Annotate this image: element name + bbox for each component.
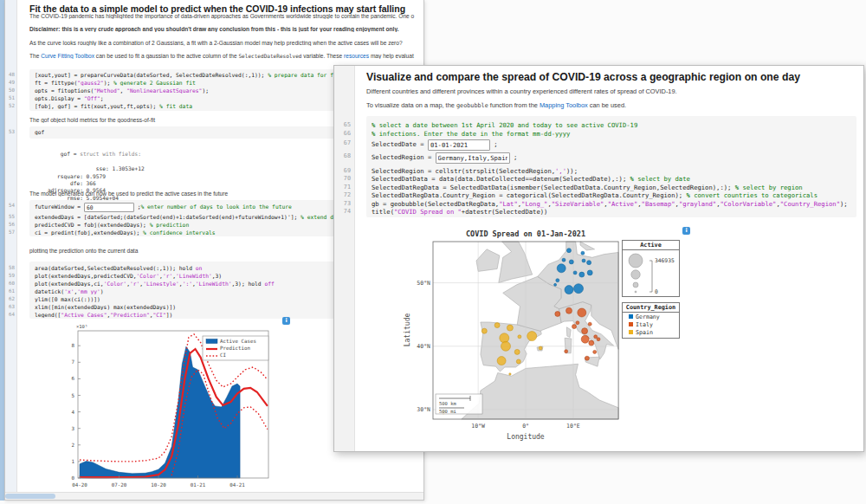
code-string: "grayland" xyxy=(679,200,716,208)
code-string: "Basemap" xyxy=(642,200,675,208)
line-number: 70 xyxy=(344,175,351,182)
bubble-size-legend: Active 346935 0 xyxy=(622,240,680,297)
legend-entry-spain: Spain xyxy=(623,328,679,336)
covid-bubble-spain xyxy=(497,357,506,365)
code-line[interactable]: SelectedRegion = cellstr(strsplit(Select… xyxy=(372,167,855,175)
code-text: [fobj, gof] = fit(xout,yout,ft,opts); xyxy=(35,103,159,109)
covid-bubble-germany xyxy=(567,249,572,253)
covid-bubble-spain xyxy=(494,323,500,328)
code-string: "COVID Spread on " xyxy=(394,208,462,216)
svg-text:10°W: 10°W xyxy=(471,423,485,430)
code-string: 'Color' xyxy=(104,281,127,287)
code-text: plot(extendedDays,predictedCVD, xyxy=(35,273,137,279)
code-input-field[interactable] xyxy=(436,152,510,164)
covid-bubble-italy xyxy=(594,335,598,339)
svg-text:COVID Spread on 01-Jan-2021: COVID Spread on 01-Jan-2021 xyxy=(466,229,585,238)
svg-text:0: 0 xyxy=(72,475,75,481)
code-input-field[interactable] xyxy=(428,139,490,151)
svg-text:8: 8 xyxy=(72,343,75,348)
covid-bubble-spain xyxy=(514,349,520,354)
code-text: SelectedDate = xyxy=(372,140,428,148)
covid-bubble-italy xyxy=(597,338,600,341)
code-string: "Prediction" xyxy=(110,312,150,318)
code-line[interactable]: SelectedDate = ; xyxy=(372,139,855,151)
line-number: 72 xyxy=(344,191,351,198)
covid-bubble-germany xyxy=(574,284,584,294)
code-comment: % select a date between 1st April 2020 a… xyxy=(372,121,637,129)
svg-text:07-20: 07-20 xyxy=(112,482,127,488)
svg-text:Active Cases: Active Cases xyxy=(220,339,256,344)
doc-link[interactable]: Mapping Toolbox xyxy=(540,101,588,109)
code-line[interactable]: SelectedDatData = data(data.DateCollecte… xyxy=(372,175,855,183)
line-number: 67 xyxy=(344,139,351,146)
code-string: "CI" xyxy=(153,312,166,318)
line-number: 49 xyxy=(9,80,15,85)
code-line[interactable]: SelectedDatRegData = SelectedDatData(ism… xyxy=(372,184,855,191)
country-legend-title: Country_Region xyxy=(623,303,679,313)
line-number: 57 xyxy=(9,229,15,235)
code-line[interactable]: SelectedDatRegData.Country_Region = cate… xyxy=(372,191,855,199)
code-input-field[interactable] xyxy=(84,203,134,212)
code-line[interactable]: % select a date between 1st April 2020 a… xyxy=(372,121,855,129)
code-text: ft = fittype( xyxy=(35,80,77,86)
code-text: ); xyxy=(202,87,209,94)
text-run: may help evaluat xyxy=(369,53,414,59)
code-line[interactable]: SelectedRegion = ; xyxy=(372,152,855,164)
covid-bubble-spain xyxy=(518,335,521,339)
code-text: area(dateSorted,SelectedDateResolved(:,1… xyxy=(35,265,196,271)
svg-text:01-21: 01-21 xyxy=(191,482,206,488)
code-comment: % fit data xyxy=(159,103,192,109)
line-number: 69 xyxy=(344,167,351,174)
svg-text:Prediction: Prediction xyxy=(220,346,250,351)
code-line[interactable]: title("COVID Spread on "+datestr(Selecte… xyxy=(372,208,855,216)
code-line[interactable]: % infections. Enter the date in the form… xyxy=(372,130,855,138)
text-run: The xyxy=(29,53,41,59)
code-string: "ColorVariable" xyxy=(721,200,777,208)
horizontal-scrollbar[interactable] xyxy=(5,492,423,500)
line-number: 71 xyxy=(344,184,351,191)
code-text: ) xyxy=(100,288,104,294)
code-block-geobubble[interactable]: % select a date between 1st April 2020 a… xyxy=(366,116,856,217)
code-string: "Off" xyxy=(84,95,100,101)
code-text: ; xyxy=(100,95,104,101)
svg-text:5: 5 xyxy=(72,393,75,398)
covid-bubble-spain xyxy=(509,373,511,375)
code-string: 'r' xyxy=(163,273,172,279)
covid-bubble-italy xyxy=(588,322,591,326)
code-text: SelectedRegion = cellstr(strsplit(Select… xyxy=(372,167,555,175)
code-string: "Active Cases" xyxy=(61,312,107,318)
intro-paragraph: The COVID-19 pandemic has highlighted th… xyxy=(29,13,422,19)
text-run: To visualize data on a map, the xyxy=(366,101,456,109)
text-run: variable. These xyxy=(301,53,344,59)
line-number: 66 xyxy=(344,130,351,137)
covid-bubble-germany xyxy=(554,283,557,286)
page-title: Visualize and compare the spread of COVI… xyxy=(366,71,858,83)
svg-text:CI: CI xyxy=(220,352,226,358)
code-string: "Long_" xyxy=(521,200,547,208)
line-number: 60 xyxy=(9,281,15,286)
scrollbar-thumb[interactable] xyxy=(5,494,55,499)
covid-bubble-spain xyxy=(501,341,511,351)
covid-bubble-italy xyxy=(572,325,577,329)
line-number: 55 xyxy=(9,214,15,219)
covid-bubble-germany xyxy=(579,272,585,277)
covid-bubble-spain xyxy=(539,346,542,350)
svg-text:10°E: 10°E xyxy=(566,423,580,430)
code-line[interactable]: gb = geobubble(SelectedDatRegData,"Lat",… xyxy=(372,200,855,208)
covid-bubble-italy xyxy=(565,350,568,353)
svg-text:×10⁵: ×10⁵ xyxy=(76,324,87,329)
code-text: ); xyxy=(104,80,113,86)
covid-bubble-germany xyxy=(587,261,591,265)
line-number: 53 xyxy=(9,129,15,134)
code-text: opts.Display = xyxy=(35,95,84,101)
code-string: "Country_Region" xyxy=(780,200,840,208)
code-text: title( xyxy=(372,208,394,216)
prediction-chart: 01234567804-2007-2010-2001-2104-21×10⁵Ac… xyxy=(36,324,307,499)
code-text: ; xyxy=(490,140,498,148)
doc-link[interactable]: resources xyxy=(344,53,369,59)
doc-link[interactable]: Curve Fitting Toolbox xyxy=(41,53,94,59)
line-number: 52 xyxy=(9,103,15,108)
code-string: "Lat" xyxy=(499,200,518,208)
code-string: 'LineWidth' xyxy=(176,273,212,279)
geobubble-paragraph: To visualize data on a map, the geobubbl… xyxy=(366,101,858,109)
